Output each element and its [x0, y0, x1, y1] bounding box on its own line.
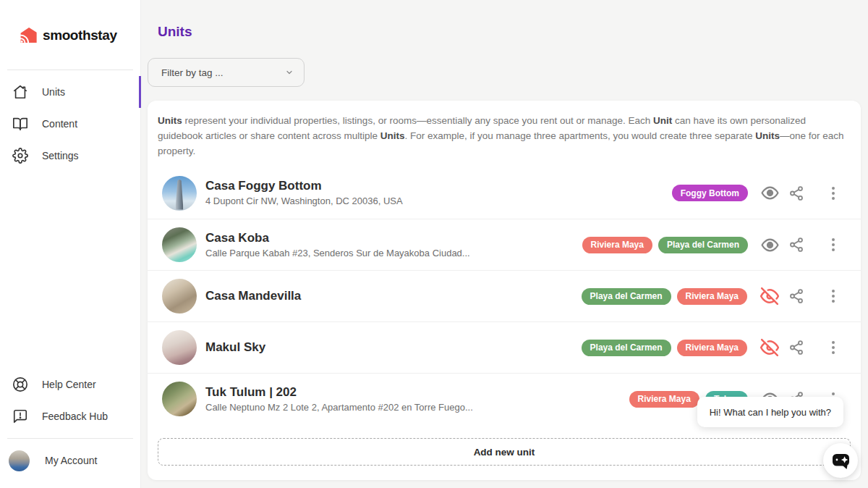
- lifebuoy-icon: [12, 376, 29, 393]
- units-description: Units represent your individual properti…: [148, 101, 861, 159]
- tag-pill: Playa del Carmen: [582, 340, 671, 356]
- tag-group: Playa del Carmen Riviera Maya: [582, 288, 747, 305]
- sidebar-item-label: Feedback Hub: [42, 411, 108, 422]
- unit-name: Makul Sky: [205, 340, 582, 356]
- tag-pill: Riviera Maya: [677, 340, 747, 356]
- kebab-menu-icon[interactable]: [830, 288, 836, 304]
- share-icon[interactable]: [788, 185, 804, 201]
- sidebar-item-feedback-hub[interactable]: Feedback Hub: [0, 400, 140, 432]
- gear-icon: [12, 147, 29, 164]
- visibility-eye-off-icon[interactable]: [760, 338, 779, 357]
- tag-group: Playa del Carmen Riviera Maya: [582, 340, 747, 356]
- unit-row-makul-sky[interactable]: Makul Sky Playa del Carmen Riviera Maya: [148, 321, 861, 373]
- sidebar-item-settings[interactable]: Settings: [0, 140, 140, 172]
- feedback-bubble-icon: [12, 408, 29, 425]
- account-avatar: [9, 450, 30, 471]
- unit-name: Casa Koba: [205, 230, 582, 246]
- tag-pill: Riviera Maya: [629, 391, 699, 408]
- unit-thumbnail: [162, 382, 197, 416]
- sidebar-item-label: Units: [42, 86, 65, 98]
- brand-logo[interactable]: smoothstay: [0, 0, 140, 46]
- sidebar: smoothstay Units Content: [0, 0, 141, 488]
- unit-thumbnail: [162, 176, 197, 211]
- tag-pill: Riviera Maya: [677, 288, 747, 305]
- unit-list: Casa Foggy Bottom 4 Dupont Cir NW, Washi…: [148, 167, 861, 424]
- tag-pill: Foggy Bottom: [672, 185, 748, 201]
- unit-thumbnail: [162, 227, 197, 262]
- book-open-icon: [12, 115, 29, 132]
- sidebar-item-my-account[interactable]: My Account: [0, 445, 140, 476]
- unit-thumbnail: [162, 330, 197, 365]
- unit-row-casa-mandevilla[interactable]: Casa Mandevilla Playa del Carmen Riviera…: [148, 270, 861, 321]
- sidebar-item-label: Settings: [42, 150, 79, 161]
- chevron-down-icon: [285, 68, 294, 77]
- tag-pill: Playa del Carmen: [582, 288, 671, 305]
- chat-launcher-button[interactable]: [823, 443, 858, 478]
- tag-pill: Riviera Maya: [582, 237, 652, 253]
- sidebar-item-label: My Account: [45, 455, 97, 466]
- unit-thumbnail: [162, 279, 197, 314]
- sidebar-nav: Units Content Settings: [0, 70, 140, 172]
- filter-placeholder: Filter by tag ...: [161, 67, 224, 78]
- share-icon[interactable]: [788, 340, 804, 356]
- sidebar-spacer: [0, 172, 140, 369]
- sidebar-item-content[interactable]: Content: [0, 108, 140, 140]
- brand-name: smoothstay: [43, 28, 117, 43]
- add-new-unit-button[interactable]: Add new unit: [158, 438, 851, 466]
- smoothstay-house-icon: [18, 25, 38, 45]
- sidebar-item-help-center[interactable]: Help Center: [0, 369, 140, 400]
- sidebar-item-units[interactable]: Units: [0, 76, 140, 108]
- unit-row-casa-foggy-bottom[interactable]: Casa Foggy Bottom 4 Dupont Cir NW, Washi…: [148, 167, 861, 219]
- unit-name: Casa Mandevilla: [205, 288, 582, 304]
- home-icon: [12, 83, 29, 101]
- kebab-menu-icon[interactable]: [830, 237, 836, 253]
- kebab-menu-icon[interactable]: [830, 340, 836, 356]
- visibility-eye-icon[interactable]: [761, 236, 779, 254]
- unit-name: Tuk Tulum | 202: [205, 384, 629, 400]
- filter-by-tag-dropdown[interactable]: Filter by tag ...: [148, 58, 305, 87]
- sidebar-item-label: Help Center: [42, 379, 96, 390]
- unit-row-casa-koba[interactable]: Casa Koba Calle Parque Kabah #23, Sender…: [148, 219, 861, 270]
- tag-group: Riviera Maya Playa del Carmen: [582, 237, 748, 253]
- share-icon[interactable]: [788, 237, 804, 253]
- chat-greeting-tooltip[interactable]: Hi! What can I help you with?: [697, 397, 843, 427]
- unit-address: Calle Neptuno Mz 2 Lote 2, Apartamento #…: [205, 401, 629, 414]
- unit-address: Calle Parque Kabah #23, Senderos Sur de …: [205, 247, 582, 260]
- sidebar-item-label: Content: [42, 118, 77, 130]
- sidebar-divider-bottom: [7, 438, 133, 439]
- unit-name: Casa Foggy Bottom: [205, 178, 672, 194]
- share-icon[interactable]: [788, 288, 804, 304]
- tag-pill: Playa del Carmen: [658, 237, 748, 253]
- kebab-menu-icon[interactable]: [830, 185, 836, 201]
- chat-sparkle-icon: [831, 451, 851, 471]
- unit-address: 4 Dupont Cir NW, Washington, DC 20036, U…: [205, 195, 672, 208]
- page-title: Units: [158, 25, 861, 39]
- visibility-eye-off-icon[interactable]: [760, 287, 779, 306]
- tag-group: Foggy Bottom: [672, 185, 748, 201]
- visibility-eye-icon[interactable]: [761, 184, 779, 202]
